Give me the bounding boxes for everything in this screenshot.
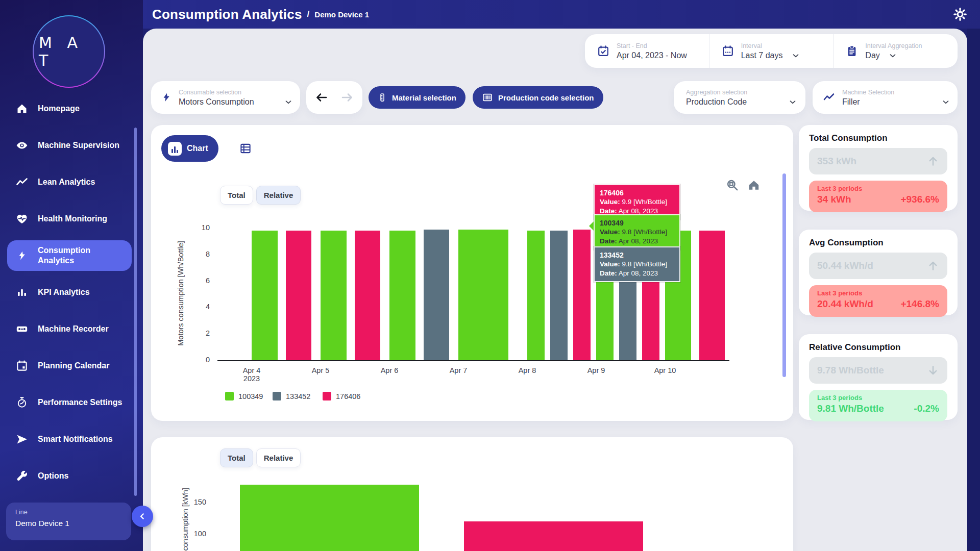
legend-item-100349[interactable]: 100349 [225,392,263,400]
line-selector-card[interactable]: Line Demo Device 1 [6,503,131,540]
bar-133452-apr-6[interactable] [424,230,449,360]
sidebar-item-machine-recorder[interactable]: Machine Recorder [7,314,132,344]
arrow-right-icon[interactable] [340,91,354,104]
start-end-label: Start - End [617,42,687,49]
bar-100349-apr-6[interactable] [389,231,415,360]
chevron-left-icon [137,511,148,521]
sidebar-nav: HomepageMachine SupervisionLean Analytic… [0,93,137,497]
chart1-tab-total[interactable]: Total [220,186,253,205]
total-consumption-chart-card: TotalRelative Motors consumption [kWh]15… [151,437,793,551]
machine-selection-dropdown[interactable]: Machine Selection Filler [813,81,958,114]
chart1-tab-relative[interactable]: Relative [256,186,301,205]
sidebar-item-label: Consumption Analytics [38,245,126,265]
interval-aggregation-filter[interactable]: Interval Aggregation Day [833,34,958,68]
arrow-left-icon[interactable] [315,91,328,104]
tooltip-value: Value: 9.9 [Wh/Bottle] [600,197,674,207]
production-code-selection-button[interactable]: Production code selection [473,86,603,109]
tooltip-value: Value: 9.8 [Wh/Bottle] [600,260,674,269]
interval-filter[interactable]: Interval Last 7 days [709,34,834,68]
x-axis-line [217,360,729,361]
x-tick-label: Apr 10 [642,366,688,374]
legend-label: 133452 [286,392,310,400]
stat-period-badge: Last 3 periods9.81 Wh/Bottle-0.2% [809,390,947,421]
app-logo: M A T [33,15,105,88]
sidebar-scrollbar[interactable] [134,128,137,496]
page-title: Consumption Analytics [152,7,302,22]
material-icon [378,92,387,103]
chart-view-button[interactable]: Chart [161,135,218,162]
chart2-tab-total[interactable]: Total [220,448,253,467]
bar-176406-apr-8[interactable] [573,230,591,360]
breadcrumb-device: Demo Device 1 [314,10,369,19]
stat-period-change: -0.2% [914,403,939,414]
stat-period-change: +936.6% [900,194,939,205]
aggregation-selection-dropdown[interactable]: Aggregation selection Production Code [674,81,805,114]
history-nav [306,81,362,114]
sidebar-item-smart-notifications[interactable]: Smart Notifications [7,424,132,455]
sidebar-collapse-button[interactable] [132,506,153,527]
x-tick-label: Apr 5 [298,366,344,374]
start-end-filter[interactable]: Start - End Apr 04, 2023 - Now [585,34,709,68]
material-selection-button[interactable]: Material selection [369,86,465,109]
bar-176406-apr-4[interactable] [286,231,311,360]
sidebar-item-planning-calendar[interactable]: Planning Calendar [7,350,132,381]
bar-100349-apr-7[interactable] [458,230,508,360]
bar-chart-icon [168,142,182,156]
stat-current-value: 353 kWh [817,156,927,167]
trend-icon [15,176,29,188]
chart2-tab-relative[interactable]: Relative [256,448,301,467]
legend-item-133452[interactable]: 133452 [273,392,310,400]
consumable-selection-dropdown[interactable]: Consumable selection Motors Consumption [151,81,300,114]
chart1-y-axis-label: Motors consumption [Wh/Bottle] [177,241,185,346]
sidebar-item-performance-settings[interactable]: Performance Settings [7,387,132,418]
main-content: Start - End Apr 04, 2023 - Now Interval … [143,29,967,551]
gear-icon[interactable] [953,8,967,21]
bar-100349-apr-4[interactable] [252,231,278,360]
arrow-up-icon [927,260,939,272]
chart-card-scrollbar[interactable] [782,173,786,377]
sidebar-item-options[interactable]: Options [7,461,132,491]
bar-133452-apr-8[interactable] [550,231,568,360]
legend-swatch [273,392,281,400]
barcode-icon [482,92,493,103]
bar-100349[interactable] [240,485,419,551]
x-tick-label: Apr 6 [366,366,412,374]
chart-view-label: Chart [187,144,208,153]
table-view-icon[interactable] [239,142,252,155]
material-selection-label: Material selection [392,93,456,102]
stat-period-value: 34 kWh [817,194,900,205]
bar-176406-apr-5[interactable] [355,231,380,360]
bar-176406-apr-10[interactable] [699,231,725,360]
sidebar-item-label: Machine Recorder [38,324,109,334]
machine-selection-value: Filler [842,97,941,107]
bar-176406[interactable] [464,521,643,551]
stat-title: Relative Consumption [809,342,947,353]
bar-100349-apr-8[interactable] [527,231,545,360]
home-icon[interactable] [747,179,761,192]
sidebar-item-health-monitoring[interactable]: Health Monitoring [7,204,132,234]
chart1-tools [726,179,761,192]
stat-title: Avg Consumption [809,238,947,248]
y-tick-label: 4 [192,303,210,311]
legend-item-176406[interactable]: 176406 [323,392,360,400]
line-value: Demo Device 1 [15,519,122,528]
sidebar-item-lean-analytics[interactable]: Lean Analytics [7,167,132,197]
sidebar-item-homepage[interactable]: Homepage [7,93,132,124]
bar-100349-apr-5[interactable] [321,231,347,360]
interval-value: Last 7 days [741,51,783,60]
aggregation-selection-label: Aggregation selection [686,89,797,96]
interval-aggregation-label: Interval Aggregation [865,42,922,49]
chevron-down-icon [888,51,897,60]
stat-period-badge: Last 3 periods20.44 kWh/d+146.8% [809,285,947,317]
bolt-icon [161,92,172,103]
interval-label: Interval [741,42,800,49]
zoom-box-icon[interactable] [726,179,739,192]
stat-current-value: 50.44 kWh/d [817,260,927,271]
sidebar-item-machine-supervision[interactable]: Machine Supervision [7,130,132,161]
sidebar-item-label: Options [38,471,68,481]
machine-selection-label: Machine Selection [842,89,950,96]
sidebar-item-kpi-analytics[interactable]: KPI Analytics [7,277,132,308]
stat-period-badge: Last 3 periods34 kWh+936.6% [809,181,947,212]
sidebar-item-consumption-analytics[interactable]: Consumption Analytics [7,240,132,271]
trend-icon [823,91,835,104]
